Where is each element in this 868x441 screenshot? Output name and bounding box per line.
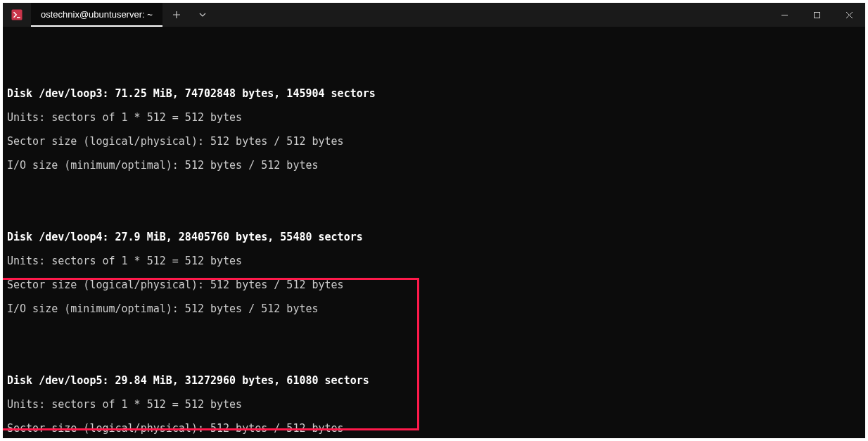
window-controls [768,3,865,27]
disk-info-line: Units: sectors of 1 * 512 = 512 bytes [7,255,861,267]
minimize-button[interactable] [768,3,800,27]
disk-info-line: Sector size (logical/physical): 512 byte… [7,136,861,148]
maximize-button[interactable] [800,3,833,27]
titlebar: ostechnix@ubuntuserver: ~ [3,3,865,27]
tab-title: ostechnix@ubuntuserver: ~ [41,9,153,20]
disk-info-line: I/O size (minimum/optimal): 512 bytes / … [7,303,861,315]
tab-dropdown-button[interactable] [191,3,215,27]
titlebar-drag-area[interactable] [215,3,768,27]
app-icon[interactable] [3,3,31,27]
terminal-window: ostechnix@ubuntuserver: ~ Disk /dev/loop… [3,3,865,438]
svg-rect-1 [814,12,819,18]
disk-header: Disk /dev/loop3: 71.25 MiB, 74702848 byt… [7,88,861,100]
tab-active[interactable]: ostechnix@ubuntuserver: ~ [31,3,162,27]
terminal-output[interactable]: Disk /dev/loop3: 71.25 MiB, 74702848 byt… [3,27,865,438]
disk-info-line: Sector size (logical/physical): 512 byte… [7,279,861,291]
disk-header: Disk /dev/loop5: 29.84 MiB, 31272960 byt… [7,375,861,387]
new-tab-button[interactable] [162,3,191,27]
close-button[interactable] [833,3,865,27]
disk-info-line: Sector size (logical/physical): 512 byte… [7,423,861,435]
disk-info-line: Units: sectors of 1 * 512 = 512 bytes [7,399,861,411]
disk-info-line: Units: sectors of 1 * 512 = 512 bytes [7,112,861,124]
disk-info-line: I/O size (minimum/optimal): 512 bytes / … [7,160,861,172]
disk-header: Disk /dev/loop4: 27.9 MiB, 28405760 byte… [7,231,861,243]
